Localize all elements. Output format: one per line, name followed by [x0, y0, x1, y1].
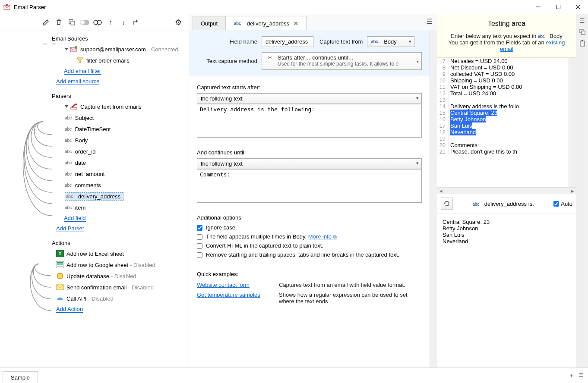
center-scrollbar[interactable] — [430, 30, 437, 367]
parser-field-row[interactable]: abccomments — [0, 179, 189, 191]
parser-field-row[interactable]: abcdate — [0, 157, 189, 168]
option-trim[interactable]: Remove starting and trailing spaces, tab… — [197, 251, 422, 258]
move-up-icon[interactable]: ↑ — [104, 16, 117, 28]
field-config-band: Field name Capture text from abc Body Te… — [189, 30, 430, 76]
svg-rect-7 — [71, 21, 75, 25]
testing-code-area[interactable]: 7Net sales = USD 24.008Net Discount = US… — [437, 58, 569, 187]
abc-icon: abc — [65, 149, 72, 154]
mailbox-icon — [70, 45, 78, 53]
filter-label: filter order emails — [86, 57, 130, 64]
app-icon — [3, 3, 10, 10]
capture-from-select[interactable]: abc Body — [367, 36, 414, 47]
add-email-source-link[interactable]: Add email source — [0, 76, 189, 87]
abc-icon: abc — [65, 160, 72, 165]
example-desc: Captures text from an email with field:v… — [279, 282, 422, 288]
svg-rect-23 — [580, 41, 585, 46]
parser-field-row[interactable]: abcitem — [0, 202, 189, 213]
svg-text:X: X — [58, 250, 62, 257]
svg-rect-18 — [57, 266, 63, 267]
abc-icon: abc — [371, 39, 378, 44]
method-select[interactable]: ✂Starts after… continues until… Used for… — [262, 52, 422, 70]
parser-label: Capture text from emails — [80, 104, 142, 110]
method-label: Text capture method — [197, 58, 262, 64]
add-field-link[interactable]: Add field — [0, 213, 189, 223]
maximize-button[interactable] — [548, 0, 568, 14]
close-button[interactable] — [568, 0, 588, 14]
continues-text-input[interactable] — [197, 169, 422, 203]
action-icon: X — [56, 250, 64, 257]
example-link[interactable]: Get temperature samples — [197, 292, 270, 305]
starts-text-input[interactable] — [197, 104, 422, 138]
action-icon — [56, 261, 64, 269]
parser-field-row[interactable]: abcBody — [0, 135, 189, 146]
section-parsers: Parsers — [0, 91, 189, 101]
action-row[interactable]: Update database - Disabled — [0, 270, 189, 282]
add-parser-link[interactable]: Add Parser — [0, 223, 189, 234]
tree-panel: Email Sources support@emailparser.com - … — [0, 31, 189, 367]
parser-icon — [70, 103, 78, 110]
svg-point-1 — [6, 4, 8, 6]
action-row[interactable]: XAdd row to Excel sheet — [0, 248, 189, 259]
field-name-label: Field name — [197, 38, 262, 45]
tab-output[interactable]: Output — [193, 16, 226, 30]
add-email-filter-link[interactable]: Add email filter — [0, 66, 189, 76]
parser-row[interactable]: Capture text from emails — [0, 101, 189, 112]
bottombar: Sample ＋ ☰ — [0, 367, 588, 383]
parser-field-row[interactable]: abcSubject — [0, 112, 189, 123]
bottom-tab-sample[interactable]: Sample — [3, 371, 38, 383]
action-row[interactable]: Send confirmation email - Disabled — [0, 282, 189, 293]
tab-field[interactable]: abc delivery_address ✕ — [226, 16, 307, 30]
close-tab-icon[interactable]: ✕ — [294, 20, 298, 27]
continues-mode-select[interactable]: the following text — [197, 158, 422, 169]
abc-icon: abc — [234, 21, 241, 26]
abc-icon: abc — [65, 172, 72, 176]
result-bar: abc delivery_address is: Auto — [437, 194, 576, 213]
toggle-off-icon[interactable] — [79, 16, 91, 28]
option-ignore-case[interactable]: Ignore case. — [197, 224, 422, 231]
filter-row[interactable]: filter order emails — [0, 55, 189, 66]
action-row[interactable]: Call API - Disabled — [0, 293, 189, 304]
option-multiple[interactable]: The field appears multiple times in Body… — [197, 233, 422, 240]
bottom-menu-icon[interactable]: ☰ — [579, 372, 584, 380]
action-row[interactable]: Add row to Google sheet - Disabled — [0, 259, 189, 270]
svg-rect-16 — [57, 262, 63, 264]
delete-icon[interactable] — [53, 16, 65, 28]
refresh-button[interactable] — [441, 198, 453, 210]
parser-field-row[interactable]: abcorder_id — [0, 146, 189, 157]
redirect-icon[interactable] — [130, 16, 142, 28]
minimize-button[interactable] — [528, 0, 548, 14]
abc-icon: abc — [472, 202, 479, 207]
edit-icon[interactable] — [40, 16, 52, 28]
filter-icon — [76, 57, 84, 64]
tabs-menu-icon[interactable]: ☰ — [427, 17, 433, 25]
example-link[interactable]: Website contact form — [197, 282, 270, 288]
copy-icon[interactable] — [66, 16, 78, 28]
paste-icon[interactable] — [577, 38, 588, 48]
parser-field-row[interactable]: abcdelivery_address — [0, 191, 189, 202]
code-hscroll[interactable]: ◂▸ — [437, 187, 576, 194]
testing-title: Testing area — [443, 20, 571, 28]
move-down-icon[interactable]: ↓ — [117, 16, 130, 28]
right-menu-icon[interactable]: ☰ — [577, 16, 588, 26]
copy-result-icon[interactable] — [577, 27, 588, 37]
add-action-link[interactable]: Add Action — [0, 304, 189, 314]
more-info-link[interactable]: More info ⧉ — [308, 233, 337, 240]
toggle-link-icon[interactable] — [92, 16, 104, 28]
testing-header: Testing area Enter below any text you ex… — [437, 14, 576, 58]
starts-mode-select[interactable]: the following text — [197, 93, 422, 104]
parser-field-row[interactable]: abcDateTimeSent — [0, 123, 189, 135]
email-source-row[interactable]: support@emailparser.com - Connected — [0, 44, 189, 55]
add-tab-icon[interactable]: ＋ — [569, 372, 574, 380]
section-email-sources: Email Sources — [0, 34, 189, 44]
chevron-down-icon[interactable] — [65, 48, 68, 50]
option-convert-html[interactable]: Convert HTML in the captured text to pla… — [197, 242, 422, 249]
code-scrollbar[interactable] — [569, 58, 576, 187]
abc-icon: abc — [65, 183, 72, 188]
chevron-down-icon[interactable] — [65, 105, 68, 108]
auto-checkbox[interactable]: Auto — [553, 201, 572, 207]
abc-icon: abc — [65, 127, 72, 132]
parser-field-row[interactable]: abcnet_amount — [0, 168, 189, 179]
right-side-toolbar: ☰ — [576, 14, 588, 367]
settings-icon[interactable]: ⚙ — [172, 16, 184, 28]
field-name-input[interactable] — [262, 36, 313, 47]
